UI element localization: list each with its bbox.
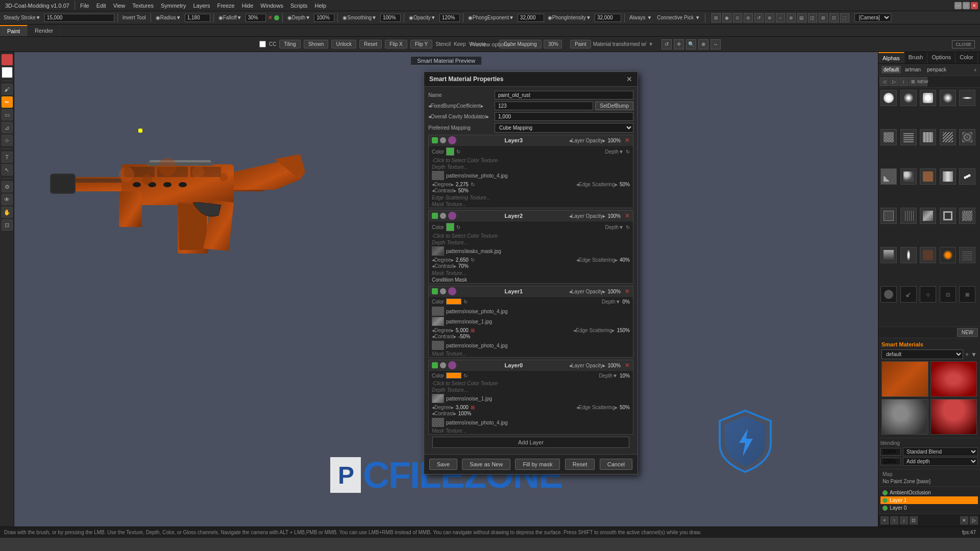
layer1-degree-reset[interactable]: ⊠: [471, 328, 475, 333]
phong-exp-val[interactable]: [518, 14, 544, 22]
reset-btn[interactable]: Reset: [359, 40, 382, 48]
smp-close-btn[interactable]: ✕: [626, 75, 632, 83]
layer0-depth-label[interactable]: Depth▼: [599, 373, 618, 379]
smp-save-as-new-btn[interactable]: Save as New: [462, 459, 510, 470]
blend-val-1[interactable]: [880, 448, 901, 456]
depth-val[interactable]: [314, 14, 334, 22]
view-icon-13[interactable]: ⬚: [840, 13, 849, 22]
layer3-vis[interactable]: [440, 137, 446, 143]
layer1-depth-label[interactable]: Depth▼: [602, 299, 621, 305]
tool-eye[interactable]: 👁: [2, 194, 13, 205]
cc-checkbox[interactable]: [259, 41, 266, 47]
layer0-color-vis[interactable]: [448, 361, 456, 369]
layer0-vis[interactable]: [440, 362, 446, 368]
view-icon-1[interactable]: ⊞: [712, 13, 721, 22]
layer2-mask-thumb[interactable]: [432, 246, 444, 256]
add-layer-btn[interactable]: Add Layer: [432, 437, 629, 448]
tiling-btn[interactable]: Tiling: [279, 40, 301, 48]
alpha-tool-1[interactable]: ◁: [879, 77, 889, 86]
alpha-cell-7[interactable]: [900, 129, 917, 145]
tool-select[interactable]: ⊹: [2, 135, 13, 146]
view-icon-12[interactable]: ⊡: [829, 13, 839, 22]
sm-item-1[interactable]: [881, 361, 928, 397]
layer0-depth-texture[interactable]: Depth Texture...: [429, 387, 633, 393]
alpha-cell-9[interactable]: [940, 129, 956, 145]
alpha-cell-12[interactable]: [900, 168, 917, 185]
layer1-mask-texture[interactable]: Mask Texture...: [429, 350, 633, 357]
smoothing-val[interactable]: [380, 14, 401, 22]
invert-tool[interactable]: Invert Tool: [121, 14, 148, 21]
layer0-eye[interactable]: [432, 362, 438, 368]
layer0-mask-texture[interactable]: Mask Texture...: [429, 428, 633, 434]
view-icon-2[interactable]: ◉: [722, 13, 731, 22]
layer1-depth-thumb[interactable]: [432, 307, 444, 316]
layer3-degree-cycle[interactable]: ↻: [471, 182, 475, 187]
view-icon-7[interactable]: ↔: [776, 13, 785, 22]
alpha-cell-3[interactable]: [920, 90, 936, 106]
layer3-color-cycle[interactable]: ↻: [456, 149, 460, 155]
alpha-cell-11[interactable]: [880, 168, 897, 185]
alpha-cell-1[interactable]: [880, 90, 897, 106]
tool-transform[interactable]: ⊡: [2, 219, 13, 231]
preview-icon-2[interactable]: ✛: [674, 39, 684, 49]
tool-text[interactable]: T: [2, 152, 13, 163]
cancel-icon[interactable]: ✕: [268, 15, 272, 20]
smp-bump-val[interactable]: [495, 102, 593, 110]
sm-dropdown[interactable]: default: [881, 349, 963, 359]
layer2-vis[interactable]: [440, 213, 446, 219]
alpha-new-btn[interactable]: NEW: [918, 77, 927, 86]
sm-item-3[interactable]: [881, 399, 928, 435]
layer2-degree-cycle[interactable]: ↻: [471, 257, 475, 263]
layer0-degree-reset[interactable]: ⊠: [471, 405, 475, 410]
alpha-tool-3[interactable]: ↕: [899, 77, 908, 86]
layer-1-row[interactable]: Layer 1: [880, 496, 978, 504]
alpha-artman[interactable]: artman: [903, 66, 923, 73]
smp-set-def-bump-btn[interactable]: SetDefBump: [595, 102, 633, 110]
view-icon-8[interactable]: ⊗: [787, 13, 796, 22]
preview-icon-1[interactable]: ↺: [662, 39, 672, 49]
layer3-depth-thumb[interactable]: [432, 171, 444, 180]
layer2-depth-cycle[interactable]: ↻: [626, 224, 630, 230]
layer3-depth-cycle[interactable]: ↻: [626, 149, 630, 155]
layer1-eye[interactable]: [432, 288, 438, 294]
phong-int-label[interactable]: ◉PhongIntensity▼: [546, 14, 593, 21]
alpha-cell-18[interactable]: [920, 208, 936, 224]
blend-select-2[interactable]: Add depth: [903, 457, 978, 466]
layer-eye-ao[interactable]: [883, 490, 888, 495]
layer1-color-vis[interactable]: [448, 287, 456, 295]
layer1-degree-thumb[interactable]: [432, 317, 444, 326]
smp-save-btn[interactable]: Save: [429, 459, 457, 470]
layer1-vis[interactable]: [440, 288, 446, 294]
add-alpha-btn[interactable]: +: [974, 67, 977, 73]
layer3-color-vis[interactable]: [448, 136, 456, 144]
layer-bottom-icon-3[interactable]: ↓: [900, 516, 908, 524]
tool-cursor[interactable]: ↖: [2, 164, 13, 176]
alpha-cell-28[interactable]: ⊹: [920, 286, 936, 303]
layer1-color-swatch[interactable]: [446, 298, 461, 305]
alpha-cell-26[interactable]: [880, 286, 897, 303]
layer0-mask-thumb[interactable]: [432, 418, 444, 427]
camera-dropdown[interactable]: [Camera]: [854, 13, 891, 22]
view-icon-6[interactable]: ⊕: [765, 13, 774, 22]
tab-palette[interactable]: Palette: [978, 52, 980, 63]
alpha-tool-4[interactable]: ⊠: [909, 77, 918, 86]
blend-val-2[interactable]: [880, 458, 901, 465]
layer2-condition-mask-label[interactable]: Condition Mask: [429, 277, 633, 283]
opacity-label[interactable]: ◉Opacity▼: [407, 14, 437, 21]
alpha-cell-20[interactable]: [959, 208, 975, 224]
layer-eye-1[interactable]: [883, 498, 888, 503]
layer3-close-btn[interactable]: ✕: [625, 137, 630, 144]
menu-scripts[interactable]: Scripts: [287, 2, 311, 10]
tool-eraser[interactable]: ▭: [2, 109, 13, 120]
cube-mapping-pct[interactable]: 30%: [544, 40, 562, 48]
alpha-cell-22[interactable]: [900, 247, 917, 263]
opacity-val[interactable]: [439, 14, 460, 22]
alpha-cell-29[interactable]: ⊡: [940, 286, 956, 303]
smp-cancel-btn[interactable]: Cancel: [600, 459, 632, 470]
preview-icon-3[interactable]: 🔍: [686, 39, 696, 49]
preview-icon-5[interactable]: ↔: [710, 39, 721, 49]
menu-symmetry[interactable]: Symmetry: [158, 2, 189, 10]
layer-bottom-icon-6[interactable]: ▷: [970, 516, 978, 524]
alpha-cell-8[interactable]: [920, 129, 936, 145]
layer2-close-btn[interactable]: ✕: [625, 212, 630, 219]
